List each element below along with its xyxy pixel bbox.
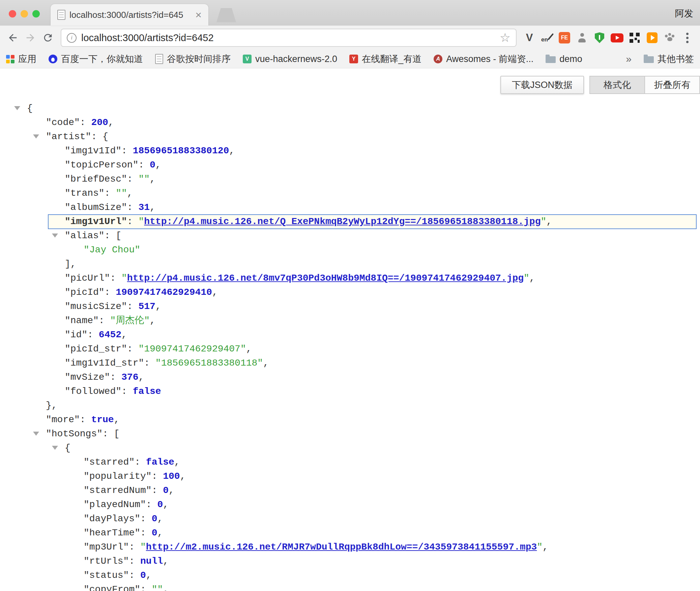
document-favicon-icon	[155, 54, 163, 64]
shield-extension-icon[interactable]	[591, 29, 608, 46]
format-button[interactable]: 格式化	[590, 76, 644, 93]
window-minimize-button[interactable]	[21, 10, 28, 18]
json-url-link[interactable]: http://p4.music.126.net/Q_ExePNkmqB2yWyL…	[144, 216, 541, 227]
json-token-n: 100	[163, 471, 180, 481]
json-token-p: {	[65, 443, 70, 453]
json-token-n: 517	[138, 301, 155, 312]
json-token-p: ,	[163, 499, 169, 510]
json-token-p: :	[110, 372, 121, 382]
three-dot-menu-icon	[686, 37, 689, 39]
json-line: "code": 200,	[0, 116, 700, 130]
back-button[interactable]	[4, 29, 22, 46]
json-url-link[interactable]: http://m2.music.126.net/RMJR7wDullRqppBk…	[146, 542, 537, 552]
refresh-button[interactable]	[39, 29, 57, 46]
json-token-k: "img1v1Id_str"	[65, 358, 144, 368]
collapse-triangle-icon[interactable]	[52, 446, 58, 450]
json-token-p: ,	[229, 146, 235, 156]
json-token-p: ,	[127, 188, 133, 198]
bookmarks-overflow-chevron[interactable]: »	[626, 53, 632, 65]
json-line: {	[0, 101, 700, 116]
json-token-s: "19097417462929407"	[138, 344, 246, 354]
json-token-s: "	[541, 216, 546, 227]
folder-icon	[546, 56, 556, 63]
bookmark-demo-folder[interactable]: demo	[546, 54, 582, 64]
json-token-p: ,	[157, 514, 163, 524]
json-token-p: :	[127, 202, 139, 213]
json-token-k: "status"	[84, 570, 129, 581]
browser-tab[interactable]: localhost:3000/artists?id=645 ×	[51, 4, 208, 26]
collapse-triangle-icon[interactable]	[33, 134, 39, 138]
youtube-extension-icon[interactable]	[608, 29, 626, 46]
json-line: "mvSize": 376,	[0, 370, 700, 384]
json-token-p: ,	[157, 528, 163, 538]
json-token-k: "dayPlays"	[84, 514, 140, 524]
v-extension-icon[interactable]: V	[521, 29, 538, 46]
json-line: "copyFrom": "",	[0, 583, 700, 591]
json-token-p: :	[129, 542, 140, 552]
qr-code-extension-icon[interactable]	[626, 29, 643, 46]
json-token-p: : [	[105, 230, 121, 241]
download-json-button[interactable]: 下载JSON数据	[500, 76, 584, 94]
bookmark-baidu[interactable]: 百度一下，你就知道	[49, 53, 143, 65]
forward-button[interactable]	[22, 29, 39, 46]
json-token-p: : [	[103, 429, 119, 439]
json-token-p: :	[121, 146, 133, 156]
json-token-p: :	[127, 216, 139, 227]
json-line: "followed": false	[0, 384, 700, 399]
json-token-k: "name"	[65, 315, 99, 326]
translate-pen-extension-icon[interactable]: en	[538, 29, 556, 46]
json-line: "img1v1Id": 18569651883380120,	[0, 144, 700, 158]
bookmark-vue-hackernews[interactable]: V vue-hackernews-2.0	[243, 54, 337, 64]
json-token-b: true	[91, 414, 114, 425]
json-line: "trans": "",	[0, 186, 700, 200]
tab-close-icon[interactable]: ×	[195, 9, 202, 20]
collapse-all-button[interactable]: 折叠所有	[644, 76, 699, 93]
new-tab-button[interactable]	[216, 8, 236, 22]
browser-menu-button[interactable]	[678, 29, 696, 46]
json-line: "name": "周杰伦",	[0, 314, 700, 328]
json-token-p: ,	[174, 457, 180, 467]
bookmark-youdao-translate[interactable]: Y 在线翻译_有道	[349, 53, 421, 65]
json-token-k: "hearTime"	[84, 528, 140, 538]
json-token-k: "briefDesc"	[65, 174, 127, 184]
bookmark-awesomes[interactable]: A Awesomes - 前端资...	[434, 53, 533, 65]
profile-name[interactable]: 阿发	[675, 7, 693, 20]
json-token-p: :	[152, 485, 163, 496]
json-token-p: :	[140, 514, 152, 524]
bookmarks-bar: 应用 百度一下，你就知道 谷歌按时间排序 V vue-hackernews-2.…	[0, 50, 700, 68]
address-bar[interactable]: i localhost:3000/artists?id=6452 ☆	[61, 29, 517, 47]
bookmark-label: 百度一下，你就知道	[61, 53, 143, 65]
json-url-link[interactable]: http://p4.music.126.net/8mv7qP30Pd3oHW8b…	[127, 273, 524, 283]
json-line: },	[0, 399, 700, 413]
window-zoom-button[interactable]	[32, 10, 40, 18]
json-token-p: :	[129, 556, 140, 566]
collapse-triangle-icon[interactable]	[33, 432, 39, 436]
bookmark-google-sort[interactable]: 谷歌按时间排序	[155, 53, 231, 65]
bookmark-apps[interactable]: 应用	[6, 53, 36, 65]
page-info-icon[interactable]: i	[67, 33, 77, 43]
other-bookmarks-label: 其他书签	[658, 53, 694, 65]
json-line: "img1v1Id_str": "18569651883380118",	[0, 356, 700, 370]
json-token-p: :	[80, 414, 91, 425]
profile-person-extension-icon[interactable]	[573, 29, 591, 46]
json-token-p: {	[27, 103, 33, 114]
player-extension-icon[interactable]	[643, 29, 661, 46]
url-text: localhost:3000/artists?id=6452	[81, 32, 500, 43]
json-token-p: :	[127, 344, 139, 354]
paw-extension-icon[interactable]	[661, 29, 678, 46]
json-token-p: ,	[121, 330, 127, 340]
collapse-triangle-icon[interactable]	[14, 106, 20, 110]
json-line: "more": true,	[0, 413, 700, 427]
window-close-button[interactable]	[9, 10, 16, 18]
collapse-triangle-icon[interactable]	[52, 234, 58, 238]
json-token-k: "id"	[65, 330, 87, 340]
bookmark-star-icon[interactable]: ☆	[500, 32, 511, 44]
json-token-p: ,	[529, 273, 535, 283]
json-token-p: :	[135, 457, 146, 467]
json-token-p: ,	[212, 287, 218, 298]
fe-extension-icon[interactable]: FE	[556, 29, 573, 46]
other-bookmarks[interactable]: 其他书签	[644, 53, 694, 65]
json-token-p: ,	[543, 542, 548, 552]
json-token-n: 376	[121, 372, 138, 382]
json-token-p: :	[99, 315, 110, 326]
